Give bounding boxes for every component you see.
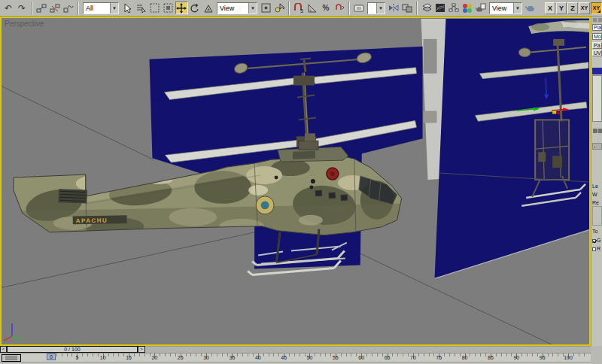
manipulate-icon[interactable]: [273, 2, 286, 14]
snap-spinner-icon[interactable]: [333, 2, 346, 14]
select-by-name-icon[interactable]: [135, 2, 147, 14]
stack-item[interactable]: Pa: [592, 42, 602, 49]
frame-label: 60: [358, 355, 364, 360]
track-bar[interactable]: 0510152025303540455055606570758085909510…: [0, 353, 591, 362]
modifier-stack-box[interactable]: [592, 75, 602, 122]
material-editor-icon[interactable]: [461, 2, 474, 14]
mirror-icon[interactable]: [388, 2, 400, 14]
select-object-icon[interactable]: [121, 2, 134, 14]
mini-curve-editor-button[interactable]: [2, 354, 21, 362]
frame-label: 25: [178, 355, 184, 360]
tail-grill: [59, 189, 88, 203]
toolbar-separator: [416, 2, 418, 15]
frame-label: 85: [488, 355, 494, 360]
perspective-viewport[interactable]: APACHU: [0, 17, 591, 346]
frame-label: 70: [410, 355, 416, 360]
bind-spacewarp-icon[interactable]: [62, 2, 75, 14]
frame-label: 80: [462, 355, 468, 360]
frame-label[interactable]: 0: [47, 354, 55, 359]
time-slider-handle[interactable]: 0 / 100: [7, 346, 138, 353]
roundel: [256, 196, 274, 214]
time-slider-row: < 0 / 100 >: [0, 346, 591, 353]
curve-editor-icon[interactable]: [434, 2, 447, 14]
snap-percent-icon[interactable]: %: [320, 2, 333, 14]
frame-label: 75: [436, 355, 442, 360]
redo-icon[interactable]: ↷: [16, 2, 29, 14]
stack-item[interactable]: UV: [592, 50, 602, 56]
width-label: W: [592, 192, 602, 198]
frame-label: 90: [513, 355, 519, 360]
snap-3d-icon[interactable]: 3: [293, 2, 306, 14]
render-view-value: View: [490, 5, 513, 12]
named-selection-dropdown[interactable]: ▼: [367, 2, 385, 14]
frame-label: 65: [385, 355, 391, 360]
rotate-icon[interactable]: [189, 2, 202, 14]
chevron-down-icon[interactable]: ▼: [110, 3, 118, 14]
pivot-center-icon[interactable]: [260, 2, 272, 14]
upper-rotor-hub: [293, 76, 315, 86]
chevron-down-icon[interactable]: ▼: [248, 3, 257, 14]
frame-label: 45: [281, 355, 287, 360]
selection-filter-dropdown[interactable]: All ▼: [83, 2, 119, 14]
command-panel: Plane Modifi Pa UV - Le W Re To G R: [591, 17, 602, 346]
modifier-list-dropdown[interactable]: Modifi: [592, 33, 602, 40]
generate-mapping-checkbox[interactable]: G: [592, 238, 602, 244]
restrict-z-button[interactable]: Z: [567, 2, 578, 14]
select-link-icon[interactable]: [35, 2, 48, 14]
main-toolbar: ↶ ↷ All ▼: [0, 0, 602, 17]
stack-selected-item[interactable]: [592, 68, 602, 74]
chevron-down-icon[interactable]: ▼: [376, 3, 385, 14]
previous-frame-button[interactable]: <: [0, 346, 7, 353]
svg-text:3: 3: [300, 8, 303, 14]
coordinate-system-value: View: [217, 5, 248, 12]
layer-manager-icon[interactable]: [421, 2, 433, 14]
move-icon[interactable]: [175, 2, 188, 14]
scale-icon[interactable]: [202, 2, 215, 14]
keyboard-override-icon[interactable]: [353, 2, 366, 14]
svg-text:APACHU: APACHU: [76, 217, 108, 225]
frame-label: 5: [75, 355, 78, 360]
object-name-field[interactable]: Plane: [592, 24, 602, 31]
real-world-checkbox[interactable]: R: [592, 246, 602, 252]
restrict-xy-plane-button[interactable]: XY: [591, 2, 602, 14]
toolbar-separator: [31, 2, 32, 15]
render-group-label: Re: [592, 200, 602, 206]
restrict-y-button[interactable]: Y: [556, 2, 567, 14]
frame-label: 10: [100, 355, 106, 360]
unlink-icon[interactable]: [49, 2, 62, 14]
length-label: Le: [592, 184, 602, 190]
frame-label: 20: [151, 355, 157, 360]
snap-angle-icon[interactable]: [306, 2, 319, 14]
stack-buttons[interactable]: [592, 128, 602, 134]
time-slider-track[interactable]: [145, 346, 591, 353]
rollout-header[interactable]: -: [592, 143, 602, 150]
viewport-canvas[interactable]: APACHU: [2, 18, 589, 344]
toolbar-separator: [348, 2, 350, 15]
chevron-down-icon[interactable]: ▼: [513, 3, 521, 14]
frame-label: 35: [230, 355, 236, 360]
frame-label: 15: [126, 355, 132, 360]
restrict-x-button[interactable]: X: [545, 2, 555, 14]
coordinate-system-dropdown[interactable]: View ▼: [217, 2, 257, 14]
total-label: To: [592, 229, 602, 235]
render-setup-icon[interactable]: [475, 2, 488, 14]
axis-constraints-toolbar: X Y Z XY XY: [545, 2, 602, 14]
engine-intake: [327, 168, 339, 180]
toolbar-separator: [288, 2, 290, 15]
undo-icon[interactable]: ↶: [2, 2, 15, 14]
window-crossing-icon[interactable]: [162, 2, 175, 14]
viewport-label[interactable]: Perspective: [5, 20, 44, 28]
application-window: ↶ ↷ All ▼: [0, 0, 602, 364]
quick-render-icon[interactable]: [524, 2, 537, 14]
schematic-view-icon[interactable]: [448, 2, 461, 14]
selection-filter-value: All: [84, 5, 110, 12]
rect-selection-icon[interactable]: [148, 2, 161, 14]
command-panel-tabs[interactable]: [592, 17, 602, 23]
frame-label: 50: [307, 355, 313, 360]
frame-label: 95: [540, 355, 546, 360]
render-view-dropdown[interactable]: View ▼: [489, 2, 522, 14]
restrict-xy-button[interactable]: XY: [579, 2, 590, 14]
next-frame-button[interactable]: >: [138, 346, 145, 353]
render-groupbox: [592, 206, 602, 226]
align-icon[interactable]: [401, 2, 414, 14]
